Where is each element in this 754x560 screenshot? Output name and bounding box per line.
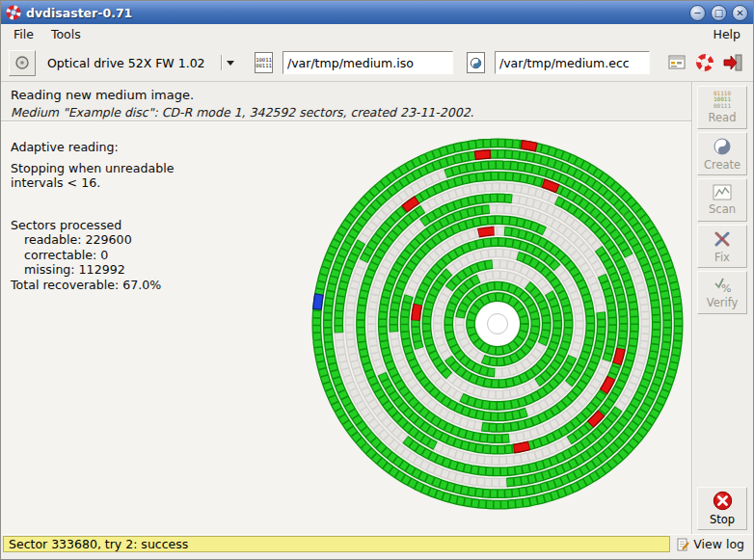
ecc-path-input[interactable] xyxy=(495,51,650,74)
menubar: File Tools Help xyxy=(1,24,753,44)
scan-button[interactable]: Scan xyxy=(697,178,747,222)
stop-button[interactable]: Stop xyxy=(697,487,747,530)
verify-icon: % xyxy=(713,276,732,294)
action-sidebar: 01110 10011 00111 Read Create Scan xyxy=(696,86,748,530)
stop-label: Stop xyxy=(710,513,735,526)
menu-help[interactable]: Help xyxy=(705,25,750,43)
titlebar[interactable]: dvdisaster-0.71 − □ ✕ xyxy=(1,1,753,24)
scan-icon xyxy=(713,184,732,200)
view-log-icon xyxy=(677,538,689,551)
close-button[interactable]: ✕ xyxy=(732,5,748,21)
sectors-correctable: correctable: 0 xyxy=(11,248,174,263)
create-label: Create xyxy=(704,158,741,172)
create-icon xyxy=(713,137,732,156)
read-icon-bits-3: 00111 xyxy=(714,103,731,110)
read-icon: 01110 10011 00111 xyxy=(714,91,731,110)
sectors-heading: Sectors processed xyxy=(11,218,174,233)
verify-button[interactable]: % Verify xyxy=(697,271,747,314)
app-icon xyxy=(6,5,21,20)
lifebuoy-icon xyxy=(695,53,714,72)
fix-icon xyxy=(713,229,732,249)
ecc-file-button[interactable] xyxy=(463,49,489,77)
minimize-button[interactable]: − xyxy=(689,5,706,21)
status-messages: Reading new medium image. Medium "Exampl… xyxy=(1,82,691,120)
sectors-missing: missing: 112992 xyxy=(11,262,174,278)
statusbar: Sector 333680, try 2: success View log xyxy=(1,534,753,553)
adaptive-heading: Adaptive reading: xyxy=(11,140,174,155)
view-log-button[interactable]: View log xyxy=(672,535,753,553)
exit-icon xyxy=(722,53,743,72)
vertical-separator xyxy=(691,82,693,534)
stop-icon xyxy=(713,491,733,511)
sectors-readable: readable: 229600 xyxy=(11,232,174,248)
quit-button[interactable] xyxy=(720,49,745,76)
total-recoverable: Total recoverable: 67.0% xyxy=(11,278,174,293)
read-label: Read xyxy=(709,111,737,124)
image-path-input[interactable] xyxy=(283,51,453,74)
svg-text:%: % xyxy=(721,282,731,294)
scan-label: Scan xyxy=(709,202,736,216)
status-line-2: Medium "Example disc": CD-R mode 1, 3425… xyxy=(11,105,682,120)
maximize-button[interactable]: □ xyxy=(711,5,727,21)
menu-tools[interactable]: Tools xyxy=(42,25,90,43)
image-file-button[interactable]: 10011 00111 xyxy=(251,49,277,77)
create-button[interactable]: Create xyxy=(697,132,747,175)
preferences-button[interactable] xyxy=(664,49,689,76)
menu-file[interactable]: File xyxy=(5,25,42,43)
preferences-icon xyxy=(668,55,686,70)
window-title: dvdisaster-0.71 xyxy=(26,6,132,20)
drive-icon xyxy=(14,55,30,70)
main-area: Adaptive reading: Stopping when unreadab… xyxy=(1,122,691,534)
read-button[interactable]: 01110 10011 00111 Read xyxy=(697,86,747,129)
verify-label: Verify xyxy=(707,296,739,309)
image-file-icon: 10011 00111 xyxy=(255,52,273,73)
chevron-down-icon xyxy=(227,61,234,66)
combo-separator xyxy=(221,55,222,70)
drive-select[interactable]: Optical drive 52X FW 1.02 xyxy=(40,50,241,75)
drive-select-value: Optical drive 52X FW 1.02 xyxy=(47,56,221,70)
toolbar: Optical drive 52X FW 1.02 10011 00111 xyxy=(1,44,753,82)
stopping-line-2: intervals < 16. xyxy=(11,175,174,191)
status-bar-message: Sector 333680, try 2: success xyxy=(3,536,670,552)
view-log-label: View log xyxy=(693,537,744,551)
fix-label: Fix xyxy=(714,251,730,264)
status-line-1: Reading new medium image. xyxy=(11,88,682,102)
image-file-icon-bits-2: 00111 xyxy=(256,63,272,68)
dvdisaster-window: dvdisaster-0.71 − □ ✕ File Tools Help Op… xyxy=(0,0,754,560)
stopping-line-1: Stopping when unreadable xyxy=(11,161,174,176)
help-button[interactable] xyxy=(692,49,717,76)
ecc-file-icon xyxy=(467,52,485,73)
reading-info-panel: Adaptive reading: Stopping when unreadab… xyxy=(11,140,174,292)
drive-button[interactable] xyxy=(9,50,36,76)
fix-button[interactable]: Fix xyxy=(697,225,747,268)
